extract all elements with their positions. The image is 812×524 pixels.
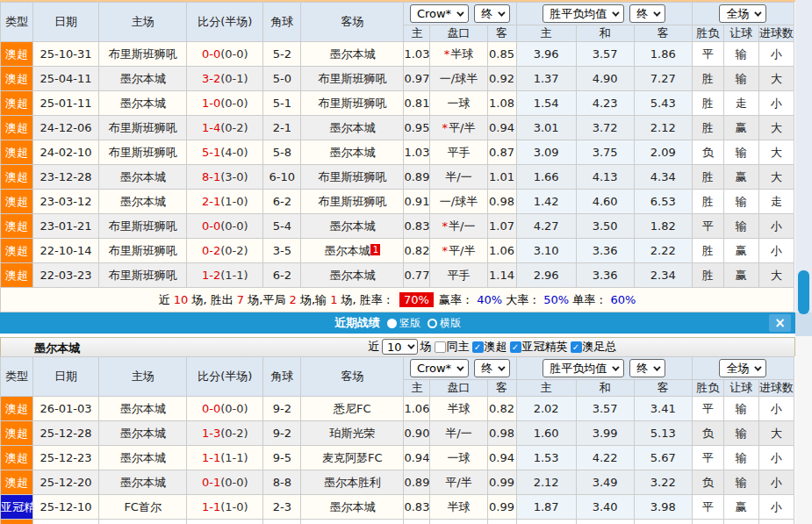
avg-odds-select[interactable]: 胜平负均值 [543,4,624,23]
avg-time-select[interactable]: 终 [629,4,665,23]
home-team: 布里斯班狮吼 [99,42,187,67]
page: 类型 日期 主场 比分(半场) 角球 客场 Crow* 终 胜平负均值 [0,0,812,524]
star-marker: * [442,121,449,134]
score: 1-1(1-1) [187,446,263,470]
result-wdl: 胜 [692,263,723,288]
league-filter-cup[interactable]: ✓ 澳足总 [571,339,617,355]
avg-home-odds: 2.12 [516,470,576,495]
col-header-score: 比分(半场) [187,3,263,42]
result-wdl: 负 [692,470,723,495]
league-badge: 澳超 [1,67,33,91]
handicap-odds-away: 0.94 [487,446,516,470]
avg-away-odds: 2.12 [634,116,692,140]
league-filter-aleague[interactable]: ✓ 澳超 [472,339,507,355]
avg-time-select[interactable]: 终 [629,359,665,377]
match-count-select[interactable]: 10 [382,339,418,355]
handicap-odds-home: 0.81 [404,91,430,116]
handicap-odds-away: 0.98 [487,190,516,214]
summary-text: 60% [611,293,636,306]
handicap-time-select[interactable]: 终 [474,4,510,23]
league-badge: 澳超 [1,214,33,239]
summary-text: 赢率： [435,293,477,306]
col-header-home: 主场 [99,357,187,397]
result-handicap: 输 [723,446,758,470]
handicap-odds-home: 0.95 [404,116,430,140]
home-team: 墨尔本城 [99,91,187,116]
main-content: 类型 日期 主场 比分(半场) 角球 客场 Crow* 终 胜平负均值 [0,0,795,524]
corner-score: 2-1 [263,116,301,140]
home-team: 墨尔本城 [99,397,187,421]
result-handicap: 输 [723,214,758,239]
avg-odds-select[interactable]: 胜平负均值 [543,359,624,377]
team-filter-bar: 墨尔本城 近 10 场 同主 ✓ 澳超 ✓ 亚冠精英 ✓ [0,337,795,356]
avg-home-odds: 2.96 [516,263,576,288]
avg-home-odds: 1.54 [516,91,576,116]
handicap-odds-away: 1.07 [487,214,516,239]
match-date: 25-01-11 [33,91,99,116]
h2h-summary: 近 10 场, 胜出 7 场,平局 2 场,输 1 场, 胜率： 70% 赢率：… [1,288,794,312]
result-goals: 小 [758,42,794,67]
home-team: 墨尔本城 [99,421,187,446]
subcol-handicap: 盘口 [430,25,487,42]
match-date: 25-12-23 [33,446,99,470]
handicap-odds-home: 0.83 [404,214,430,239]
subcol-avg-away: 客 [634,380,692,397]
handicap-odds-away: 0.94 [487,116,516,140]
vertical-layout-radio[interactable]: 竖版 [387,316,420,331]
result-wdl: 平 [692,214,723,239]
corner-score: 3-5 [263,239,301,263]
radio-selected-icon [387,319,397,328]
avg-draw-odds: 3.36 [576,263,634,288]
result-handicap: 赢 [723,165,758,190]
score: 1-3(0-2) [187,421,263,446]
subcol-ah-away: 客 [487,380,516,397]
chevron-down-icon [755,363,762,370]
avg-draw-odds: 3.50 [576,214,634,239]
summary-text: 大率： [502,293,543,306]
empty-cell [692,520,723,524]
corner-score: 9-5 [263,446,301,470]
avg-draw-odds: 4.60 [576,190,634,214]
col-header-away: 客场 [301,357,404,397]
close-button[interactable]: × [769,314,791,332]
same-home-checkbox[interactable]: 同主 [435,339,470,355]
handicap-odds-home: 1.06 [404,397,430,421]
red-card-badge: 1 [370,244,380,255]
scrollbar-thumb[interactable] [798,270,809,314]
corner-score: 8-8 [263,470,301,495]
scope-select[interactable]: 全场 [719,359,766,377]
result-goals: 小 [758,446,794,470]
avg-draw-odds: 3.49 [576,470,634,495]
result-handicap: 输 [723,470,758,495]
handicap-name: 平/半 [430,470,487,495]
avg-home-odds: 3.01 [516,116,576,140]
league-filter-acl[interactable]: ✓ 亚冠精英 [510,339,568,355]
result-handicap: 走 [723,91,758,116]
subcol-avg-home: 主 [516,380,576,397]
horizontal-layout-radio[interactable]: 横版 [428,316,461,331]
match-row: 澳超25-10-31布里斯班狮吼0-0(0-0)5-2墨尔本城1.03*半球0.… [1,42,794,67]
bookmaker-select[interactable]: Crow* [410,359,469,377]
score: 1-2(1-1) [187,263,263,288]
handicap-odds-home: 0.82 [404,239,430,263]
match-date: 25-12-20 [33,470,99,495]
home-team: 墨尔本城 [99,446,187,470]
avg-away-odds: 1.86 [634,42,692,67]
away-team: 悉尼FC [301,397,404,421]
bookmaker-select[interactable]: Crow* [410,4,469,23]
result-handicap: 赢 [723,116,758,140]
scope-select[interactable]: 全场 [719,4,766,23]
handicap-time-select[interactable]: 终 [474,359,510,377]
scrollbar-track[interactable] [795,0,812,524]
handicap-odds-away: 1.08 [487,91,516,116]
subcol-ah-home: 主 [404,380,430,397]
handicap-odds-away: 1.14 [487,263,516,288]
handicap-name: *半球 [430,42,487,67]
star-marker: * [442,244,449,257]
league-badge: 澳超 [1,470,33,495]
result-goals: 小 [758,495,794,520]
avg-home-odds: 1.53 [516,446,576,470]
result-wdl: 负 [692,421,723,446]
avg-home-odds: 3.10 [516,239,576,263]
avg-home-odds: 1.60 [516,421,576,446]
